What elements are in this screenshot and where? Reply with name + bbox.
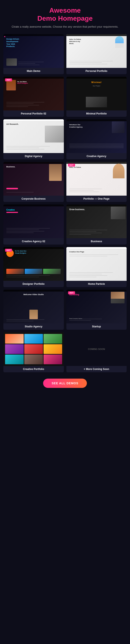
demo-label-creative-agency02: Creative Agency 02 xyxy=(4,238,64,244)
cp-cell-5 xyxy=(24,344,43,354)
mock-mcs-text: COMING SOON xyxy=(86,348,107,350)
mock-pp-person xyxy=(115,36,124,48)
demo-item-digital-agency[interactable]: UX Research. Digital Agency xyxy=(4,119,64,159)
mock-lines xyxy=(6,318,61,322)
demo-preview-digital-agency: UX Research. xyxy=(4,119,64,153)
see-all-demos-button[interactable]: SEE ALL DEMOS xyxy=(43,378,87,388)
mock-da-img xyxy=(45,126,64,142)
mock-pp-name: Hello, I'm FatimaWelcome to myWorld. xyxy=(69,38,81,44)
demo-preview-corporate-business: Business. xyxy=(4,162,64,196)
demo-preview-home-particle: Creative One Page xyxy=(66,247,127,281)
demo-item-studio-agency[interactable]: Welcome Video Studio Studio Agency xyxy=(4,290,64,330)
cp-cell-7 xyxy=(5,354,24,364)
cp-cell-4 xyxy=(5,344,24,354)
cta-wrapper: SEE ALL DEMOS xyxy=(0,378,130,388)
demo-label-startup: Startup xyxy=(66,323,127,330)
mock-nav xyxy=(4,162,64,164)
mock-hero-text: Design DrivenDevelopmentYour WebProducts… xyxy=(6,38,28,48)
header: Awesome Demo Homepage Ctrate a really aw… xyxy=(0,0,130,32)
demo-item-designer-portfolio[interactable]: HOT Hi, I'm Jane DoeVisual Designer. Des… xyxy=(4,247,64,287)
mock-b-img xyxy=(111,206,125,219)
demo-label-personal-portfolio: Personal Portfolio xyxy=(66,68,127,74)
mock-su-img xyxy=(111,292,124,303)
mock-nav xyxy=(66,247,127,249)
demo-item-home-particle[interactable]: Creative One Page Home Particle xyxy=(66,247,127,287)
mock-pop-person xyxy=(113,164,124,178)
mock-pname: I'm Joe BidenUI/UX Designer. xyxy=(17,81,28,84)
mock-minimal-text: Minimal xyxy=(66,81,127,84)
demo-label-more-coming-soon: + More Coming Soon xyxy=(66,366,127,372)
mock-sa-text: Welcome Video Studio xyxy=(4,294,64,296)
mock-hp-text: Creative One Page xyxy=(69,251,84,253)
demo-grid: Design DrivenDevelopmentYour WebProducts… xyxy=(0,32,130,374)
demo-item-personal-portfolio[interactable]: Hello, I'm FatimaWelcome to myWorld. Per… xyxy=(66,34,127,74)
mock-lines xyxy=(69,271,124,278)
mock-b-text: Grow business. xyxy=(69,208,85,210)
page-wrapper: Awesome Demo Homepage Ctrate a really aw… xyxy=(0,0,130,398)
cp-cell-1 xyxy=(5,334,24,344)
mock-cp-grid xyxy=(5,334,62,364)
demo-preview-creative-agency: Introduce OurCreative Agency. xyxy=(66,119,127,153)
demo-preview-personal-portfolio: Hello, I'm FatimaWelcome to myWorld. xyxy=(66,34,127,68)
demo-item-minimal-portfolio[interactable]: Minimal Our Project Minimal Portfolio xyxy=(66,77,127,117)
mock-cb-text: Business. xyxy=(6,166,16,168)
demo-preview-portfolio-one-page: Hello, I'm Fatima xyxy=(66,162,127,196)
demo-label-minimal-portfolio: Minimal Portfolio xyxy=(66,110,127,117)
demo-preview-main-demo: Design DrivenDevelopmentYour WebProducts… xyxy=(4,34,64,68)
mock-cb-btn xyxy=(6,188,18,189)
mock-ca-img xyxy=(112,122,124,133)
mock-person xyxy=(6,80,16,90)
mock-minimal-img xyxy=(86,97,107,107)
mock-nav xyxy=(4,77,64,79)
mock-lines xyxy=(6,191,61,194)
demo-preview-creative-portfolio xyxy=(4,332,64,366)
cp-cell-2 xyxy=(24,334,43,344)
hot-badge: HOT xyxy=(5,78,12,81)
demo-label-business: Business xyxy=(66,238,127,244)
mock-nav xyxy=(66,119,127,121)
mock-dp-text: Hi, I'm Jane DoeVisual Designer. xyxy=(15,250,26,254)
demo-item-business[interactable]: Grow business. Business xyxy=(66,204,127,244)
mock-nav xyxy=(4,34,64,36)
demo-label-pp02: Personal Portfolio 02 xyxy=(4,110,64,117)
page-title: Awesome Demo Homepage xyxy=(4,6,126,22)
mock-lines xyxy=(69,60,124,65)
demo-label-creative-portfolio: Creative Portfolio xyxy=(4,366,64,372)
cp-cell-6 xyxy=(44,344,62,354)
mock-lines xyxy=(69,229,124,236)
nav-dot xyxy=(4,36,5,37)
mock-nav xyxy=(4,204,64,206)
demo-label-corporate-business: Corporate Business xyxy=(4,196,64,202)
mock-nav xyxy=(66,290,127,292)
demo-item-corporate-business[interactable]: Business. Corporate Business xyxy=(4,162,64,202)
mock-nav xyxy=(4,290,64,292)
mock-lines xyxy=(69,318,124,322)
mock-nav xyxy=(66,34,127,36)
mock-sa-person xyxy=(29,310,38,319)
mock-sub-text: Our Project xyxy=(66,85,127,87)
hot-badge: HOT xyxy=(68,291,75,294)
demo-label-portfolio-one-page: Portfolio — One Page xyxy=(66,196,127,202)
demo-item-creative-agency[interactable]: Introduce OurCreative Agency. Creative A… xyxy=(66,119,127,159)
mock-nav xyxy=(66,204,127,206)
mock-hp-lines xyxy=(66,254,127,258)
demo-item-portfolio-one-page[interactable]: HOT Hello, I'm Fatima Portfolio — One Pa… xyxy=(66,162,127,202)
cp-cell-3 xyxy=(44,334,62,344)
mock-da-hero: UX Research. xyxy=(6,123,19,125)
subtitle: Ctrate a really awesome website, Choose … xyxy=(4,25,126,29)
demo-label-home-particle: Home Particle xyxy=(66,281,127,287)
cp-cell-8 xyxy=(24,354,43,364)
demo-item-creative-portfolio[interactable]: Creative Portfolio xyxy=(4,332,64,372)
demo-item-more-coming-soon[interactable]: COMING SOON + More Coming Soon xyxy=(66,332,127,372)
demo-preview-minimal-portfolio: Minimal Our Project xyxy=(66,77,127,110)
demo-item-startup[interactable]: HOT Marketing Read Company Values Startu… xyxy=(66,290,127,330)
mock-nav xyxy=(4,247,64,249)
demo-preview-pp02: I'm Joe BidenUI/UX Designer. xyxy=(4,77,64,110)
demo-label-digital-agency: Digital Agency xyxy=(4,153,64,159)
demo-item-main-demo[interactable]: Design DrivenDevelopmentYour WebProducts… xyxy=(4,34,64,74)
demo-preview-designer-portfolio: Hi, I'm Jane DoeVisual Designer. xyxy=(4,247,64,281)
mock-bottom-img xyxy=(6,58,17,66)
demo-item-creative-agency02[interactable]: Creative Creative Agency 02 xyxy=(4,204,64,244)
mock-lines xyxy=(6,101,61,108)
demo-item-personal-portfolio-02[interactable]: HOT I'm Joe BidenUI/UX Designer. Persona… xyxy=(4,77,64,117)
